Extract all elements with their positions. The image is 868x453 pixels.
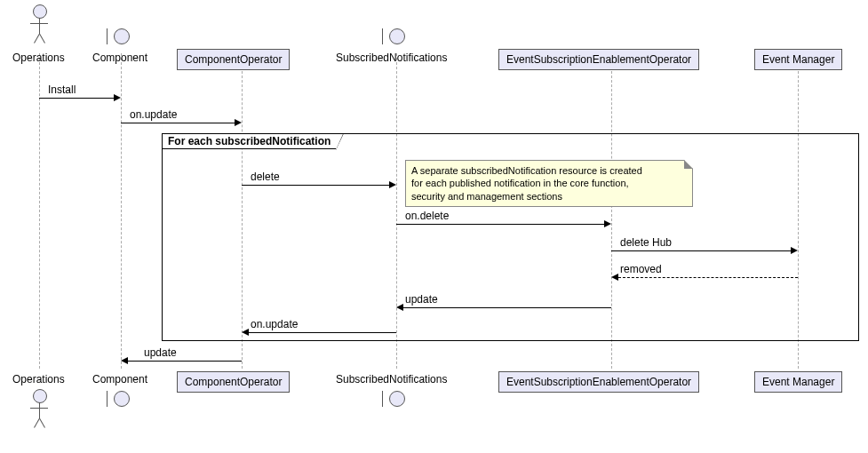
label-operations-top: Operations (12, 52, 65, 64)
msg-delete: delete (249, 171, 282, 183)
label-component-top: Component (92, 52, 147, 64)
arrow-delete-hub (611, 250, 791, 251)
box-component-operator-bottom: ComponentOperator (177, 371, 290, 393)
label-subscribed-notifications-bottom: SubscribedNotifications (336, 373, 447, 385)
label-component-bottom: Component (92, 373, 147, 385)
arrow-update-return-head (396, 304, 403, 311)
loop-title: For each subscribedNotification (168, 135, 330, 147)
lifeline-component (121, 53, 122, 369)
msg-on-update-1: on.update (128, 108, 179, 121)
arrow-install-head (114, 94, 121, 101)
arrow-removed-head (611, 274, 618, 281)
label-operations-bottom: Operations (12, 373, 65, 385)
arrow-on-delete-head (604, 220, 611, 227)
note-line-3: security and management sections (411, 191, 562, 202)
arrow-install (39, 98, 114, 99)
arrow-on-update-return (249, 332, 396, 333)
note-subscribed-notification: A separate subscribedNotification resour… (405, 160, 693, 207)
arrow-on-update-1 (121, 123, 235, 123)
note-line-1: A separate subscribedNotification resour… (411, 165, 642, 176)
lifeline-operations (39, 53, 40, 369)
note-line-2: for each published notification in the c… (411, 178, 629, 188)
msg-update-return: update (403, 293, 440, 306)
msg-on-delete: on.delete (403, 210, 450, 222)
arrow-update-return (403, 307, 611, 308)
arrow-on-update-1-head (235, 119, 242, 126)
arrow-on-update-return-head (242, 329, 249, 336)
loop-tag: For each subscribedNotification (162, 133, 337, 149)
arrow-delete-head (389, 181, 396, 188)
arrow-update-final (128, 361, 242, 362)
arrow-removed (618, 277, 798, 279)
box-event-manager-top: Event Manager (754, 49, 842, 70)
msg-delete-hub: delete Hub (618, 236, 673, 249)
arrow-delete (242, 185, 389, 186)
arrow-update-final-head (121, 357, 128, 364)
arrow-delete-hub-head (791, 247, 798, 254)
msg-on-update-return: on.update (249, 318, 299, 330)
note-corner-icon (684, 160, 693, 169)
arrow-on-delete (396, 224, 604, 225)
box-event-manager-bottom: Event Manager (754, 371, 842, 393)
msg-update-final: update (142, 346, 179, 359)
box-component-operator-top: ComponentOperator (177, 49, 290, 70)
msg-removed: removed (618, 263, 664, 275)
box-ese-operator-bottom: EventSubscriptionEnablementOperator (498, 371, 699, 393)
box-ese-operator-top: EventSubscriptionEnablementOperator (498, 49, 699, 70)
msg-install: Install (46, 83, 77, 96)
label-subscribed-notifications-top: SubscribedNotifications (336, 52, 447, 64)
